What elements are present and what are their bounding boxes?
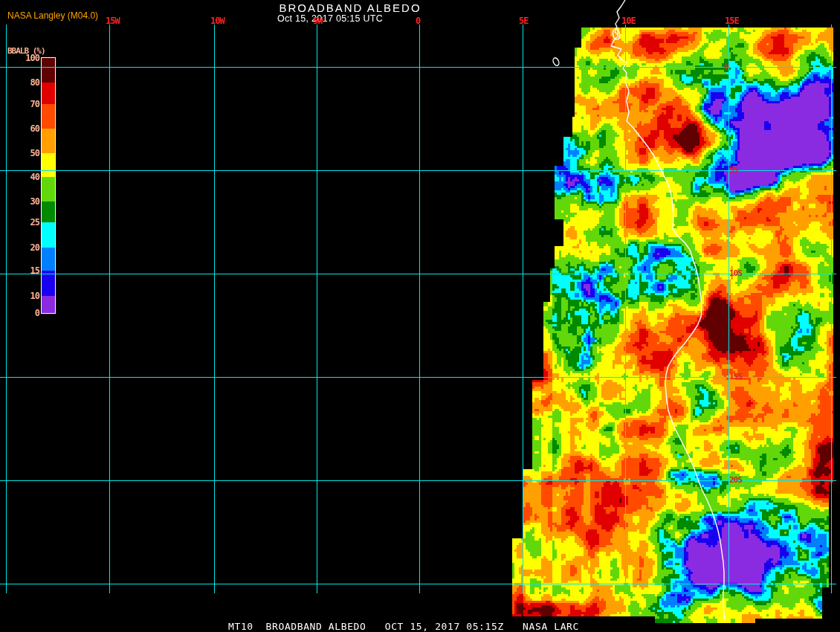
lon-label-5E: 5E [519,16,528,26]
lon-label-15W: 15W [106,16,120,26]
colorbar-tick-label: 15 [0,265,39,276]
lon-label-10W: 10W [210,16,224,26]
agency-version-label: NASA Langley (M04.0) [7,10,98,21]
lat-label-0: 0 [724,62,728,71]
lon-label-0: 0 [416,16,420,26]
lat-label-15S: 15S [729,372,742,381]
colorbar-tick-label: 25 [0,217,39,228]
colorbar-tick-label: 50 [0,148,39,158]
lon-label-5W: 5W [313,16,322,26]
colorbar-tick-label: 100 [0,53,39,63]
albedo-product-screen: NASA Langley (M04.0) BROADBAND ALBEDO Oc… [0,0,840,632]
albedo-map-canvas [0,0,840,632]
colorbar-tick-label: 30 [0,196,39,207]
colorbar-tick-label: 0 [0,308,39,318]
lat-label-20S: 20S [729,475,742,485]
colorbar-tick-label: 40 [0,172,39,182]
colorbar-tick-label: 70 [0,99,39,109]
colorbar-tick-label: 20 [0,242,39,253]
colorbar-tick-label: 80 [0,77,39,88]
footer-caption: MT10 BROADBAND ALBEDO OCT 15, 2017 05:15… [228,621,579,632]
page-title: BROADBAND ALBEDO [279,1,421,14]
lat-label-10S: 10S [729,268,742,278]
lat-label-5S: 5S [729,165,737,175]
colorbar-tick-label: 60 [0,123,39,134]
lon-label-15E: 15E [725,16,739,26]
lon-label-10E: 10E [621,16,636,26]
colorbar-tick-label: 10 [0,291,39,301]
datetime-label: Oct 15, 2017 05:15 UTC [277,13,383,24]
